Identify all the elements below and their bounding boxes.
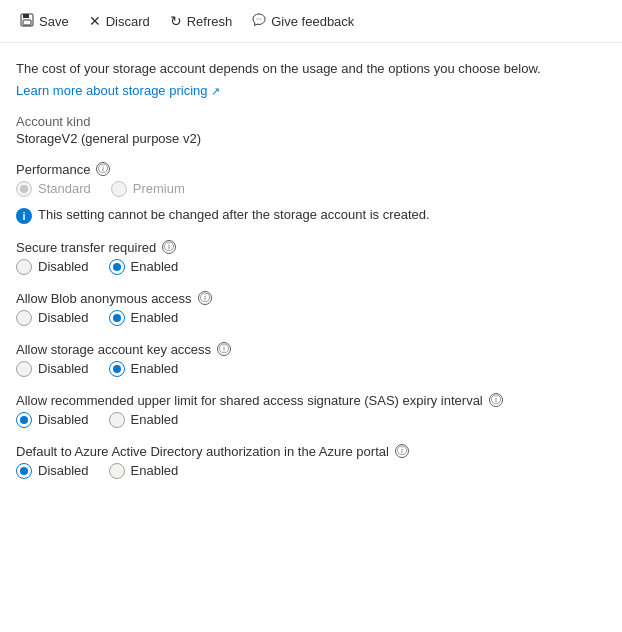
sas-expiry-disabled-label: Disabled	[38, 412, 89, 427]
secure-transfer-help-icon[interactable]: ⓘ	[162, 240, 176, 254]
secure-transfer-label: Secure transfer required	[16, 240, 156, 255]
feedback-label: Give feedback	[271, 14, 354, 29]
secure-transfer-disabled-label: Disabled	[38, 259, 89, 274]
azure-ad-section: Default to Azure Active Directory author…	[16, 444, 606, 479]
sas-expiry-enabled-radio[interactable]	[109, 412, 125, 428]
performance-section: Performance ⓘ Standard Premium i This se…	[16, 162, 606, 224]
account-kind-value: StorageV2 (general purpose v2)	[16, 131, 606, 146]
secure-transfer-enabled-label: Enabled	[131, 259, 179, 274]
refresh-label: Refresh	[187, 14, 233, 29]
blob-access-help-icon[interactable]: ⓘ	[198, 291, 212, 305]
refresh-icon: ↻	[170, 14, 182, 28]
performance-label: Performance	[16, 162, 90, 177]
azure-ad-disabled-radio[interactable]	[16, 463, 32, 479]
azure-ad-help-icon[interactable]: ⓘ	[395, 444, 409, 458]
key-access-disabled-option[interactable]: Disabled	[16, 361, 89, 377]
azure-ad-disabled-label: Disabled	[38, 463, 89, 478]
sas-expiry-enabled-option[interactable]: Enabled	[109, 412, 179, 428]
key-access-section: Allow storage account key access ⓘ Disab…	[16, 342, 606, 377]
key-access-label: Allow storage account key access	[16, 342, 211, 357]
feedback-button[interactable]: Give feedback	[244, 8, 362, 34]
key-access-help-icon[interactable]: ⓘ	[217, 342, 231, 356]
external-link-icon: ↗	[211, 85, 220, 97]
performance-info-banner: i This setting cannot be changed after t…	[16, 207, 606, 224]
secure-transfer-enabled-radio[interactable]	[109, 259, 125, 275]
key-access-disabled-label: Disabled	[38, 361, 89, 376]
blob-access-section: Allow Blob anonymous access ⓘ Disabled E…	[16, 291, 606, 326]
azure-ad-radio-group: Disabled Enabled	[16, 463, 606, 479]
key-access-enabled-option[interactable]: Enabled	[109, 361, 179, 377]
refresh-button[interactable]: ↻ Refresh	[162, 9, 241, 34]
info-icon: i	[16, 208, 32, 224]
key-access-disabled-radio[interactable]	[16, 361, 32, 377]
azure-ad-enabled-option[interactable]: Enabled	[109, 463, 179, 479]
secure-transfer-disabled-radio[interactable]	[16, 259, 32, 275]
feedback-icon	[252, 13, 266, 29]
performance-premium-label: Premium	[133, 181, 185, 196]
blob-access-disabled-option[interactable]: Disabled	[16, 310, 89, 326]
secure-transfer-disabled-option[interactable]: Disabled	[16, 259, 89, 275]
sas-expiry-label: Allow recommended upper limit for shared…	[16, 393, 483, 408]
sas-expiry-enabled-label: Enabled	[131, 412, 179, 427]
blob-access-radio-group: Disabled Enabled	[16, 310, 606, 326]
secure-transfer-section: Secure transfer required ⓘ Disabled Enab…	[16, 240, 606, 275]
sas-expiry-disabled-radio[interactable]	[16, 412, 32, 428]
blob-access-disabled-radio[interactable]	[16, 310, 32, 326]
blob-access-label: Allow Blob anonymous access	[16, 291, 192, 306]
discard-icon: ✕	[89, 14, 101, 28]
azure-ad-label: Default to Azure Active Directory author…	[16, 444, 389, 459]
performance-help-icon[interactable]: ⓘ	[96, 162, 110, 176]
discard-label: Discard	[106, 14, 150, 29]
performance-standard-option[interactable]: Standard	[16, 181, 91, 197]
blob-access-disabled-label: Disabled	[38, 310, 89, 325]
toolbar: Save ✕ Discard ↻ Refresh Give feedback	[0, 0, 622, 43]
sas-expiry-disabled-option[interactable]: Disabled	[16, 412, 89, 428]
azure-ad-enabled-radio[interactable]	[109, 463, 125, 479]
info-banner-text: This setting cannot be changed after the…	[38, 207, 430, 222]
blob-access-enabled-option[interactable]: Enabled	[109, 310, 179, 326]
blob-access-enabled-radio[interactable]	[109, 310, 125, 326]
performance-premium-radio[interactable]	[111, 181, 127, 197]
key-access-enabled-label: Enabled	[131, 361, 179, 376]
account-kind-label: Account kind	[16, 114, 606, 129]
sas-expiry-radio-group: Disabled Enabled	[16, 412, 606, 428]
save-label: Save	[39, 14, 69, 29]
secure-transfer-radio-group: Disabled Enabled	[16, 259, 606, 275]
sas-expiry-help-icon[interactable]: ⓘ	[489, 393, 503, 407]
key-access-radio-group: Disabled Enabled	[16, 361, 606, 377]
performance-radio-group: Standard Premium	[16, 181, 606, 197]
azure-ad-disabled-option[interactable]: Disabled	[16, 463, 89, 479]
svg-rect-2	[23, 20, 31, 25]
performance-standard-label: Standard	[38, 181, 91, 196]
svg-rect-1	[23, 14, 29, 18]
save-button[interactable]: Save	[12, 8, 77, 34]
blob-access-enabled-label: Enabled	[131, 310, 179, 325]
save-icon	[20, 13, 34, 29]
intro-text: The cost of your storage account depends…	[16, 59, 606, 79]
secure-transfer-enabled-option[interactable]: Enabled	[109, 259, 179, 275]
main-content: The cost of your storage account depends…	[0, 43, 622, 495]
sas-expiry-section: Allow recommended upper limit for shared…	[16, 393, 606, 428]
storage-pricing-link[interactable]: Learn more about storage pricing ↗	[16, 83, 220, 98]
performance-premium-option[interactable]: Premium	[111, 181, 185, 197]
key-access-enabled-radio[interactable]	[109, 361, 125, 377]
discard-button[interactable]: ✕ Discard	[81, 9, 158, 34]
account-kind-section: Account kind StorageV2 (general purpose …	[16, 114, 606, 146]
performance-standard-radio[interactable]	[16, 181, 32, 197]
azure-ad-enabled-label: Enabled	[131, 463, 179, 478]
